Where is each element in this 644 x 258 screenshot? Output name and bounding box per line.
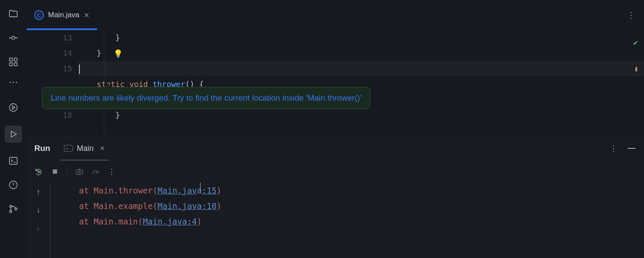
run-panel-header: Run Main ✕ ⋮ bbox=[27, 136, 644, 160]
console-nav: ↑ ↓ › bbox=[27, 183, 50, 258]
run-config-tab[interactable]: Main ✕ bbox=[61, 136, 109, 160]
close-run-tab-icon[interactable]: ✕ bbox=[100, 144, 105, 152]
run-panel-more-icon[interactable]: ⋮ bbox=[610, 144, 617, 153]
run-config-icon bbox=[64, 145, 73, 152]
git-icon[interactable] bbox=[7, 203, 19, 215]
more-tools-icon[interactable]: ⋯ bbox=[9, 77, 18, 88]
structure-icon[interactable] bbox=[7, 56, 19, 68]
stack-frame: at Main.main(Main.java:4) bbox=[79, 214, 644, 229]
code-line: } bbox=[78, 108, 644, 123]
editor-tabbar: C Main.java ✕ ⋮ bbox=[27, 0, 644, 30]
next-trace-icon[interactable]: ↓ bbox=[36, 205, 40, 215]
stack-link[interactable]: Main.java:15 bbox=[158, 186, 216, 195]
inspection-ok-icon[interactable]: ✔ bbox=[633, 38, 638, 47]
line-number: 15 bbox=[27, 61, 72, 77]
main-area: C Main.java ✕ ⋮ 13 14 15 18 💡 } } static… bbox=[27, 0, 644, 258]
stack-frame: at Main.thrower(Main.java:15) bbox=[79, 183, 644, 198]
stop-icon[interactable] bbox=[51, 167, 59, 176]
diverged-lines-tooltip: Line numbers are likely diverged. Try to… bbox=[42, 87, 371, 109]
stack-frame: at Main.example(Main.java:10) bbox=[79, 198, 644, 214]
run-config-label: Main bbox=[77, 144, 94, 153]
profiler-icon[interactable] bbox=[91, 167, 100, 176]
close-tab-icon[interactable]: ✕ bbox=[84, 11, 89, 19]
stack-link[interactable]: Main.java:4 bbox=[143, 217, 197, 226]
editor-tab-label: Main.java bbox=[48, 11, 79, 19]
svg-point-13 bbox=[79, 171, 81, 173]
rerun-icon[interactable] bbox=[34, 167, 43, 176]
screenshot-icon[interactable] bbox=[75, 167, 84, 176]
java-class-icon: C bbox=[34, 10, 44, 20]
svg-point-9 bbox=[10, 211, 12, 213]
terminal-icon[interactable] bbox=[7, 155, 19, 167]
tool-rail: ⋯ bbox=[0, 0, 27, 258]
line-number: 13 bbox=[27, 30, 72, 46]
svg-rect-2 bbox=[14, 58, 17, 61]
prev-trace-icon[interactable]: ↑ bbox=[36, 187, 40, 197]
run-toolbar: ⋮ bbox=[27, 160, 644, 183]
code-content[interactable]: 💡 } } static void thrower() { } Line num… bbox=[78, 30, 644, 136]
svg-rect-12 bbox=[76, 170, 83, 175]
editor-tab-more-icon[interactable]: ⋮ bbox=[627, 10, 635, 20]
svg-rect-6 bbox=[9, 157, 17, 164]
project-icon[interactable] bbox=[7, 8, 19, 20]
line-gutter: 13 14 15 18 bbox=[27, 30, 78, 136]
svg-rect-1 bbox=[9, 58, 12, 61]
svg-rect-11 bbox=[53, 169, 57, 174]
run-panel-title: Run bbox=[34, 144, 50, 153]
svg-rect-4 bbox=[14, 63, 17, 66]
editor-tab-main-java[interactable]: C Main.java ✕ bbox=[27, 0, 97, 30]
console-output[interactable]: at Main.thrower(Main.java:15) at Main.ex… bbox=[50, 183, 644, 258]
stack-link[interactable]: Main.java:10 bbox=[158, 201, 216, 211]
line-number: 14 bbox=[27, 46, 72, 61]
code-editor[interactable]: 13 14 15 18 💡 } } static void thrower() … bbox=[27, 30, 644, 136]
svg-rect-3 bbox=[9, 63, 12, 66]
run-toolbar-more-icon[interactable]: ⋮ bbox=[108, 167, 115, 176]
minimize-panel-icon[interactable] bbox=[628, 148, 635, 149]
commit-icon[interactable] bbox=[7, 32, 19, 44]
line-number: 18 bbox=[27, 108, 72, 123]
svg-point-5 bbox=[9, 104, 17, 111]
code-line bbox=[78, 61, 644, 77]
console-wrap: ↑ ↓ › at Main.thrower(Main.java:15) at M… bbox=[27, 183, 644, 258]
intention-bulb-icon[interactable]: 💡 bbox=[113, 49, 123, 58]
run-panel: Run Main ✕ ⋮ bbox=[27, 136, 644, 258]
problems-icon[interactable] bbox=[7, 179, 19, 191]
svg-point-0 bbox=[12, 37, 15, 40]
run-tool-icon[interactable] bbox=[5, 126, 22, 143]
code-line: } bbox=[78, 30, 644, 46]
minimap-marker[interactable] bbox=[635, 67, 637, 71]
svg-point-10 bbox=[15, 208, 17, 210]
svg-point-8 bbox=[10, 206, 12, 208]
services-icon[interactable] bbox=[7, 101, 19, 114]
code-line: } bbox=[78, 46, 644, 61]
collapse-trace-icon[interactable]: › bbox=[37, 225, 39, 233]
